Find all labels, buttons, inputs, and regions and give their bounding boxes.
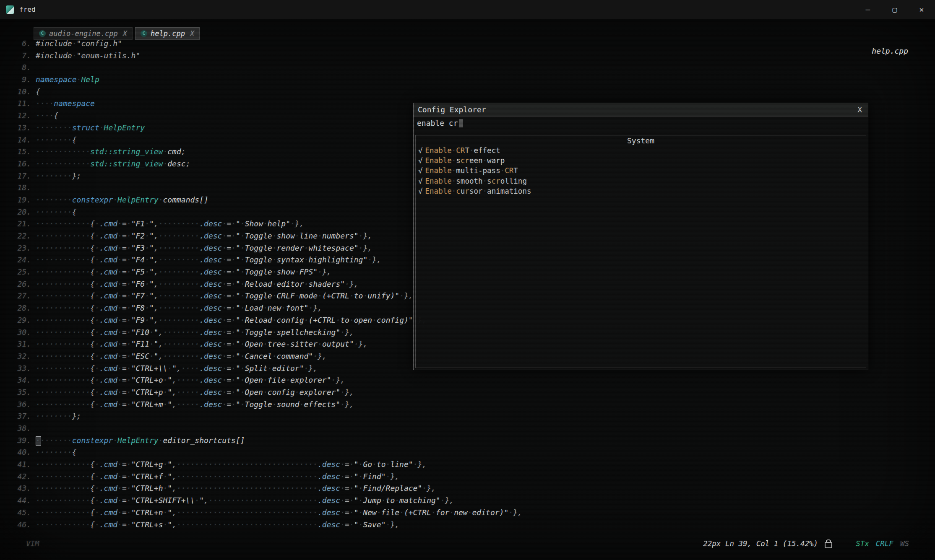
code-line-8[interactable]: 8. bbox=[0, 62, 935, 74]
popup-close-button[interactable]: X bbox=[856, 105, 864, 114]
checkmark-icon: √ bbox=[418, 187, 423, 195]
line-number: 30. bbox=[0, 327, 31, 339]
line-number: 38. bbox=[0, 423, 31, 435]
editor-screen: 6.#include·"config.h"7.#include·"enum-ut… bbox=[0, 19, 935, 560]
window-controls: – ▢ ✕ bbox=[854, 0, 935, 19]
line-number: 33. bbox=[0, 363, 31, 375]
tab-help.cpp[interactable]: Chelp.cppX bbox=[135, 27, 200, 40]
window-title: fred bbox=[19, 5, 36, 13]
popup-title: Config Explorer bbox=[418, 105, 486, 114]
checkmark-icon: √ bbox=[418, 146, 423, 155]
line-number: 31. bbox=[0, 338, 31, 350]
line-number: 10. bbox=[0, 86, 31, 98]
line-number: 42. bbox=[0, 471, 31, 483]
code-line-46[interactable]: 46.············{·.cmd·=·"CTRL+s·",······… bbox=[0, 519, 935, 531]
text-cursor-icon bbox=[459, 119, 463, 127]
line-number: 14. bbox=[0, 134, 31, 146]
code-line-35[interactable]: 35.············{·.cmd·=·"CTRL+p·",·····.… bbox=[0, 386, 935, 399]
status-bar: VIM 22px Ln 39, Col 1 (15.42%) STxCRLFWS bbox=[0, 537, 935, 551]
line-number: 37. bbox=[0, 410, 31, 423]
code-line-44[interactable]: 44.············{·.cmd·=·"CTRL+SHIFT+\\·"… bbox=[0, 495, 935, 507]
code-line-36[interactable]: 36.············{·.cmd·=·"CTRL+m·",·····.… bbox=[0, 399, 935, 411]
status-flags: STxCRLFWS bbox=[856, 539, 909, 548]
code-line-38[interactable]: 38. bbox=[0, 423, 935, 435]
code-line-45[interactable]: 45.············{·.cmd·=·"CTRL+n·",······… bbox=[0, 507, 935, 519]
code-line-37[interactable]: 37.········}; bbox=[0, 410, 935, 423]
config-option-1[interactable]: √Enable·screen·warp bbox=[416, 156, 866, 166]
search-text: enable cr bbox=[417, 119, 458, 127]
line-number: 23. bbox=[0, 242, 31, 254]
line-number: 29. bbox=[0, 314, 31, 327]
status-flag-ws[interactable]: WS bbox=[900, 539, 909, 548]
line-number: 32. bbox=[0, 350, 31, 363]
cpp-file-icon: C bbox=[141, 30, 147, 37]
cpp-file-icon: C bbox=[39, 30, 46, 37]
line-number: 34. bbox=[0, 374, 31, 386]
line-number: 20. bbox=[0, 206, 31, 218]
config-search-input[interactable]: enable cr bbox=[414, 117, 868, 130]
line-number: 22. bbox=[0, 230, 31, 242]
code-line-10[interactable]: 10.{ bbox=[0, 86, 935, 98]
config-options: √Enable·CRT·effect√Enable·screen·warp√En… bbox=[416, 145, 866, 196]
minimize-button[interactable]: – bbox=[854, 0, 881, 19]
code-line-41[interactable]: 41.············{·.cmd·=·"CTRL+g·",······… bbox=[0, 459, 935, 471]
tab-label: help.cpp bbox=[151, 29, 185, 38]
config-section-header: System bbox=[416, 136, 866, 145]
code-line-39[interactable]: 39.········constexpr·HelpEntry·editor_sh… bbox=[0, 435, 935, 447]
editor-cursor bbox=[36, 436, 41, 446]
popup-titlebar: Config Explorer X bbox=[414, 103, 868, 117]
line-number: 41. bbox=[0, 459, 31, 471]
close-button[interactable]: ✕ bbox=[908, 0, 935, 19]
config-option-3[interactable]: √Enable·smooth·scrolling bbox=[416, 176, 866, 186]
code-line-40[interactable]: 40.········{ bbox=[0, 446, 935, 459]
line-number: 11. bbox=[0, 98, 31, 110]
line-number: 9. bbox=[0, 74, 31, 86]
current-file-label: help.cpp bbox=[872, 47, 908, 55]
line-number: 46. bbox=[0, 519, 31, 531]
line-number: 19. bbox=[0, 194, 31, 206]
code-line-43[interactable]: 43.············{·.cmd·=·"CTRL+h·",······… bbox=[0, 482, 935, 495]
status-flag-stx[interactable]: STx bbox=[856, 539, 869, 548]
line-number: 43. bbox=[0, 482, 31, 495]
code-line-7[interactable]: 7.#include·"enum-utils.h" bbox=[0, 50, 935, 62]
line-number: 45. bbox=[0, 507, 31, 519]
code-line-42[interactable]: 42.············{·.cmd·=·"CTRL+f·",······… bbox=[0, 471, 935, 483]
tab-label: audio-engine.cpp bbox=[49, 29, 118, 38]
code-line-34[interactable]: 34.············{·.cmd·=·"CTRL+o·",·····.… bbox=[0, 374, 935, 386]
line-number: 18. bbox=[0, 182, 31, 194]
titlebar: fred – ▢ ✕ bbox=[0, 0, 935, 19]
cursor-position-info: 22px Ln 39, Col 1 (15.42%) bbox=[703, 539, 818, 548]
tab-bar: Caudio-engine.cppXChelp.cppX bbox=[34, 27, 200, 40]
tab-close-button[interactable]: X bbox=[190, 29, 194, 38]
line-number: 35. bbox=[0, 386, 31, 399]
status-flag-crlf[interactable]: CRLF bbox=[876, 539, 893, 548]
config-explorer-popup: Config Explorer X enable cr System √Enab… bbox=[413, 103, 868, 370]
line-number: 25. bbox=[0, 266, 31, 278]
line-number: 39. bbox=[0, 435, 31, 447]
config-option-0[interactable]: √Enable·CRT·effect bbox=[416, 145, 866, 156]
line-number: 26. bbox=[0, 278, 31, 290]
code-line-9[interactable]: 9.namespace·Help bbox=[0, 74, 935, 86]
lock-icon bbox=[825, 542, 832, 548]
config-option-4[interactable]: √Enable·cursor·animations bbox=[416, 186, 866, 196]
tab-audio-engine.cpp[interactable]: Caudio-engine.cppX bbox=[34, 27, 133, 40]
line-number: 15. bbox=[0, 146, 31, 158]
app-icon bbox=[6, 5, 14, 14]
line-number: 27. bbox=[0, 290, 31, 302]
line-number: 40. bbox=[0, 446, 31, 459]
line-number: 36. bbox=[0, 399, 31, 411]
config-option-list: System √Enable·CRT·effect√Enable·screen·… bbox=[415, 135, 866, 368]
line-number: 44. bbox=[0, 495, 31, 507]
tab-close-button[interactable]: X bbox=[123, 29, 127, 38]
maximize-button[interactable]: ▢ bbox=[881, 0, 908, 19]
config-option-2[interactable]: √Enable·multi-pass·CRT bbox=[416, 166, 866, 176]
line-number: 12. bbox=[0, 110, 31, 122]
checkmark-icon: √ bbox=[418, 177, 423, 185]
line-number: 21. bbox=[0, 218, 31, 230]
line-number: 28. bbox=[0, 302, 31, 314]
line-number: 7. bbox=[0, 50, 31, 62]
line-number: 8. bbox=[0, 62, 31, 74]
line-number: 24. bbox=[0, 254, 31, 266]
vim-mode-indicator: VIM bbox=[26, 539, 39, 548]
checkmark-icon: √ bbox=[418, 156, 423, 165]
